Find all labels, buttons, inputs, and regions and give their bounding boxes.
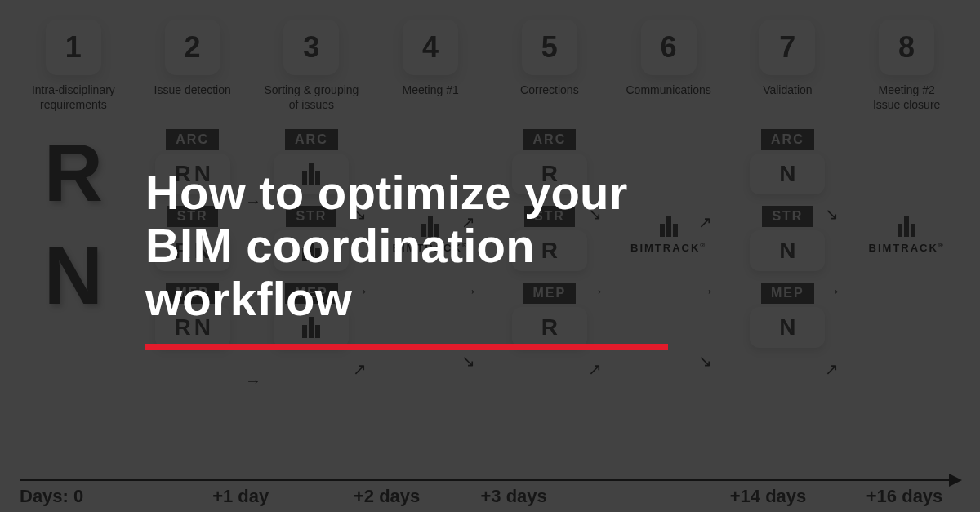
hero-card: 1 Intra-disciplinary requirements R N 2 … <box>0 0 980 512</box>
headline-block: How to optimize your BIM coordination wo… <box>145 167 668 350</box>
accent-underline <box>145 344 668 350</box>
headline-text: How to optimize your BIM coordination wo… <box>145 167 668 326</box>
